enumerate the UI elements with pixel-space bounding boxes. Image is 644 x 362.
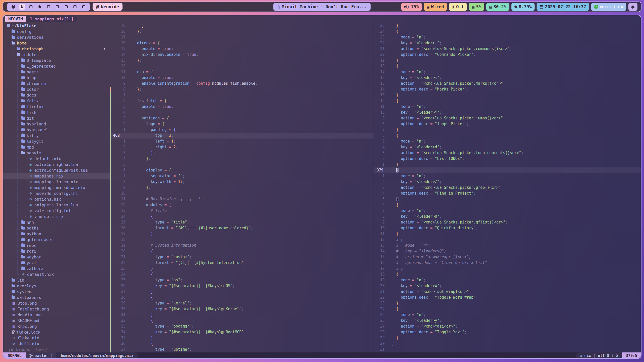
code-line[interactable]: 17 }: [110, 231, 374, 237]
code-line[interactable]: 22 key = "<leader>:";: [374, 40, 641, 46]
tree-item-zathura[interactable]: │ zathura: [3, 266, 110, 272]
box-icon[interactable]: ▢: [605, 5, 607, 9]
code-line[interactable]: 20 key = "<leader>W";: [374, 283, 641, 289]
file-tree-panel[interactable]: ~/NixFlake config derivations home │ chr…: [3, 22, 110, 352]
tree-item-wallpapers[interactable]: wallpapers: [3, 295, 110, 300]
tree-item-beets[interactable]: │ beets: [3, 69, 110, 75]
code-line[interactable]: 11 mode = "n";: [374, 104, 641, 110]
network-pill[interactable]: ▣Wired: [424, 3, 447, 11]
tree-item-kitty[interactable]: │ kitty: [3, 133, 110, 139]
code-line[interactable]: 1 }: [374, 162, 641, 167]
tree-item-rmpc[interactable]: │ rmpc: [3, 243, 110, 248]
code-line[interactable]: 33 type = "bootmgr";: [110, 324, 374, 329]
code-line[interactable]: 9 enableFishIntegration = config.modules…: [110, 81, 374, 86]
tree-item-flake.nix[interactable]: ⚙flake.nix: [3, 335, 110, 341]
code-line[interactable]: 468 top = 3;: [110, 133, 374, 139]
code-line[interactable]: 379 {: [374, 167, 641, 173]
workspace-3[interactable]: [28, 4, 34, 10]
tree-item-Btop.png[interactable]: ▨Btop.png: [3, 300, 110, 306]
code-line[interactable]: 3 action = "<cmd>lua Snacks.picker.todo_…: [374, 150, 641, 156]
tree-editor-separator[interactable]: [110, 93, 111, 352]
tree-item-neovide_config.ini[interactable]: │ │ ⚙neovide_config.ini: [3, 191, 110, 196]
tree-item-modules[interactable]: └ modules: [3, 52, 110, 58]
code-line[interactable]: 7 mode = "n";: [374, 208, 641, 214]
tree-item-extraConfigLua.lua[interactable]: │ │ ◐extraConfigLua.lua: [3, 162, 110, 167]
code-line[interactable]: 2 logo = {: [110, 121, 374, 127]
code-line[interactable]: 26 key = "<leader>y";: [374, 318, 641, 324]
code-line[interactable]: 14 options.desc = "Marks Picker";: [374, 86, 641, 92]
code-line[interactable]: 1 left = 1;: [110, 139, 374, 144]
code-line[interactable]: 10 enable = true;: [110, 75, 374, 81]
tree-item-btop[interactable]: │ btop: [3, 75, 110, 81]
code-line[interactable]: 2 key = "<leader>/";: [374, 179, 641, 185]
code-line[interactable]: 20 options.desc = "Commands Picker";: [374, 52, 641, 58]
code-line[interactable]: 32 {: [110, 318, 374, 324]
workspace-6[interactable]: [55, 4, 60, 10]
code-line[interactable]: 21 action = "<cmd>lua Snacks.picker.comm…: [374, 46, 641, 52]
notification-bell-pill[interactable]: [628, 3, 637, 11]
code-line[interactable]: 19 mode = "n";: [374, 277, 641, 283]
tree-item-nnn[interactable]: │ nnn: [3, 219, 110, 225]
code-line[interactable]: 12 # {: [374, 237, 641, 243]
code-line[interactable]: 27 action = "<cmd>Yazi<cr>";: [374, 324, 641, 329]
code-line[interactable]: 15 action = "<cmd>lua Snacks.picker.mark…: [374, 81, 641, 86]
shield-icon[interactable]: ▼: [617, 5, 619, 9]
code-line[interactable]: 15 type = "title";: [110, 219, 374, 225]
code-line[interactable]: 31: [374, 347, 641, 352]
code-line[interactable]: 19 # System Information: [110, 243, 374, 248]
code-line[interactable]: 5: [110, 162, 374, 167]
code-line[interactable]: 14 # key = "<leader>Q";: [374, 248, 641, 254]
code-line[interactable]: 11 }: [374, 231, 641, 237]
code-line[interactable]: 20 {: [110, 248, 374, 254]
code-line[interactable]: 12 modules = [: [110, 202, 374, 208]
code-line[interactable]: 12: [110, 63, 374, 69]
cpu-pill[interactable]: ▦5%: [469, 3, 484, 11]
tree-item-default.nix[interactable]: │ │ ⚙default.nix: [3, 156, 110, 162]
tree-item-fcitx[interactable]: │ fcitx: [3, 98, 110, 104]
tree-item-derivations[interactable]: derivations: [3, 34, 110, 40]
code-line[interactable]: 25 mode = "n";: [374, 312, 641, 318]
tree-item-mappings.nix[interactable]: │ │ ⚙mappings.nix: [3, 173, 110, 179]
tree-item-fish[interactable]: │ fish: [3, 110, 110, 115]
workspace-4[interactable]: [37, 4, 43, 10]
code-line[interactable]: 4 options.desc = "Find in Project";: [374, 191, 641, 196]
workspace-5[interactable]: [46, 4, 51, 10]
code-line[interactable]: 24 {: [374, 306, 641, 312]
tree-item-color[interactable]: │ color: [3, 86, 110, 92]
code-line[interactable]: 17 # }: [374, 266, 641, 272]
code-line[interactable]: 9 action = "<cmd>lua Snacks.picker.qflis…: [374, 219, 641, 225]
tree-item-python[interactable]: │ python: [3, 231, 110, 237]
active-app-pill[interactable]: N Neovide: [93, 3, 123, 11]
memory-pill[interactable]: ▤30.2%: [486, 3, 509, 11]
tree-item-1_deprecated[interactable]: │ 1_deprecated: [3, 63, 110, 69]
tree-item-0_template[interactable]: │ 0_template: [3, 58, 110, 63]
code-line[interactable]: 36 {: [110, 341, 374, 347]
code-line[interactable]: 4: [110, 110, 374, 115]
code-line[interactable]: 28 {: [110, 295, 374, 300]
code-line[interactable]: 8 };: [110, 86, 374, 92]
code-line[interactable]: 5 }: [374, 196, 641, 202]
tree-item-mappings_latex.nix[interactable]: │ │ ⚙mappings_latex.nix: [3, 179, 110, 185]
code-line[interactable]: 23 }: [374, 300, 641, 306]
code-line[interactable]: 8 key.width = 17;: [110, 179, 374, 185]
code-line[interactable]: 18 };: [110, 29, 374, 34]
tree-item-shell.nix[interactable]: ⚙shell.nix: [3, 341, 110, 347]
code-line[interactable]: 10 options.desc = "Quickfix History";: [374, 225, 641, 231]
code-line[interactable]: 16 key = "<leader>m";: [374, 75, 641, 81]
code-line[interactable]: 3 };: [110, 150, 374, 156]
keyboard-icon[interactable]: ▦: [621, 5, 623, 9]
code-line[interactable]: 14 {: [110, 214, 374, 219]
volume-pill[interactable]: )75%: [401, 3, 422, 11]
code-line[interactable]: 4 key = "<leader>d";: [374, 144, 641, 150]
code-line[interactable]: 10 key = "<leader>j";: [374, 110, 641, 115]
workspace-9[interactable]: [81, 4, 87, 10]
code-line[interactable]: 29 type = "kernel";: [110, 300, 374, 306]
code-line[interactable]: 9 action = "<cmd>lua Snacks.picker.jumps…: [374, 115, 641, 121]
code-line[interactable]: 10: [110, 191, 374, 196]
code-line[interactable]: 22 options.desc = "Toggle Word Wrap";: [374, 295, 641, 300]
code-line[interactable]: 25 type = "os";: [110, 277, 374, 283]
code-line[interactable]: 13 };: [110, 58, 374, 63]
code-line[interactable]: 12 {: [374, 98, 641, 104]
code-line[interactable]: 16 direnv = {: [110, 40, 374, 46]
tree-item-chromium[interactable]: │ chromium: [3, 81, 110, 86]
